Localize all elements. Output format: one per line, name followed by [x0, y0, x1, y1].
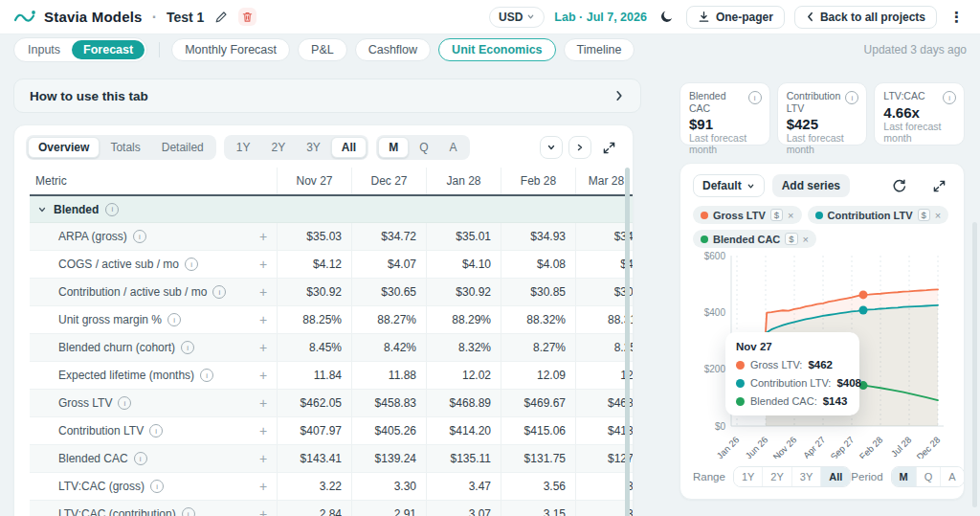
table-row-ltv-cac-contribution[interactable]: LTV:CAC (contribution)i+2.842.913.073.15… [30, 501, 633, 516]
metric-value-cell: 12.09 [501, 362, 575, 389]
info-icon[interactable]: i [748, 91, 762, 104]
info-icon[interactable]: i [943, 91, 956, 104]
one-pager-button[interactable]: One-pager [686, 6, 785, 29]
add-series-button[interactable]: Add series [772, 174, 850, 197]
table-controls: OverviewTotalsDetailed 1Y2Y3YAll MQA [14, 125, 633, 168]
add-to-chart-button[interactable]: + [259, 230, 267, 243]
chart-range-1y[interactable]: 1Y [734, 467, 762, 486]
chart-range-2y[interactable]: 2Y [762, 467, 791, 486]
add-to-chart-button[interactable]: + [259, 452, 267, 465]
add-to-chart-button[interactable]: + [259, 480, 267, 493]
add-to-chart-button[interactable]: + [259, 507, 267, 516]
info-icon[interactable]: i [133, 230, 146, 243]
metric-name: Contribution / active sub / moi [30, 285, 250, 299]
add-to-chart-button[interactable]: + [259, 396, 267, 410]
info-icon[interactable]: i [118, 396, 131, 410]
table-row-cogs-active-sub-mo[interactable]: COGS / active sub / moi+$4.12$4.07$4.10$… [30, 251, 633, 279]
chart-range-3y[interactable]: 3Y [791, 467, 820, 486]
tab-monthly-forecast[interactable]: Monthly Forecast [171, 38, 290, 61]
info-icon[interactable]: i [134, 452, 147, 465]
tooltip-row-blended-cac: Blended CAC:$143 [736, 395, 849, 407]
rename-project-button[interactable] [212, 8, 231, 27]
collapse-all-button[interactable] [540, 136, 563, 159]
add-to-chart-button[interactable]: + [259, 285, 267, 299]
info-icon[interactable]: i [200, 369, 213, 382]
series-chip-gross-ltv[interactable]: Gross LTV$× [693, 206, 802, 224]
svg-text:$600: $600 [704, 252, 726, 261]
tab-p-l[interactable]: P&L [298, 38, 347, 61]
expand-table-button[interactable] [597, 141, 621, 155]
table-range-3y[interactable]: 3Y [296, 137, 331, 158]
add-to-chart-button[interactable]: + [259, 313, 267, 326]
mode-switcher: InputsForecast [13, 37, 147, 62]
more-menu-button[interactable]: ⋮ [947, 6, 967, 29]
table-row-gross-ltv[interactable]: Gross LTVi+$462.05$458.83$468.89$469.67$… [30, 390, 633, 417]
howto-banner[interactable]: How to use this tab [13, 79, 641, 113]
remove-series-button[interactable]: × [803, 234, 809, 245]
back-to-projects-button[interactable]: Back to all projects [794, 6, 937, 29]
tab-cashflow[interactable]: Cashflow [355, 38, 431, 61]
page-scrollbar[interactable] [972, 222, 977, 507]
chart-period-m[interactable]: M [892, 467, 916, 486]
chart-area[interactable]: Jan 26Jun 26Nov 26Apr 27Sep 27Feb 28Jul … [693, 252, 951, 459]
info-icon[interactable]: i [181, 341, 194, 354]
add-to-chart-button[interactable]: + [259, 341, 267, 354]
table-range-1y[interactable]: 1Y [226, 137, 261, 158]
add-to-chart-button[interactable]: + [259, 369, 267, 382]
chart-preset-select[interactable]: Default [693, 174, 765, 197]
table-row-blended-cac[interactable]: Blended CACi+$143.41$139.24$135.11$131.7… [30, 445, 633, 473]
trash-icon [241, 11, 254, 23]
table-row-arpa-gross[interactable]: ARPA (gross)i+$35.03$34.72$35.01$34.93$3… [30, 223, 633, 251]
table-period-m[interactable]: M [378, 137, 409, 158]
table-range-all[interactable]: All [331, 137, 367, 158]
table-row-contribution-active-sub-mo[interactable]: Contribution / active sub / moi+$30.92$3… [30, 279, 633, 306]
info-icon[interactable]: i [212, 285, 226, 299]
currency-select[interactable]: USD [489, 7, 545, 28]
reset-chart-button[interactable] [886, 178, 912, 194]
table-row-contribution-ltv[interactable]: Contribution LTVi+$407.97$405.26$414.20$… [30, 417, 633, 445]
chart-period-a[interactable]: A [940, 467, 963, 486]
remove-series-button[interactable]: × [935, 210, 941, 221]
series-chip-contribution-ltv[interactable]: Contribution LTV$× [808, 206, 949, 224]
info-icon[interactable]: i [149, 424, 163, 437]
table-period-a[interactable]: A [439, 137, 468, 158]
view-totals[interactable]: Totals [100, 137, 150, 158]
group-row-blended[interactable]: Blendedi [30, 196, 634, 223]
info-icon[interactable]: i [105, 203, 119, 216]
table-row-expected-lifetime-months[interactable]: Expected lifetime (months)i+11.8411.8812… [30, 362, 633, 390]
info-icon[interactable]: i [185, 258, 198, 271]
table-period-q[interactable]: Q [409, 137, 438, 158]
table-row-unit-gross-margin[interactable]: Unit gross margin %i+88.25%88.27%88.29%8… [30, 306, 633, 334]
metric-name: LTV:CAC (contribution)i [30, 507, 250, 516]
plus-cell: + [250, 424, 277, 438]
expand-chart-button[interactable] [927, 179, 951, 193]
table-row-blended-churn-cohort[interactable]: Blended churn (cohort)i+8.45%8.42%8.32%8… [30, 334, 633, 362]
tab-inputs[interactable]: Inputs [16, 40, 72, 59]
chart-period-q[interactable]: Q [916, 467, 941, 486]
add-to-chart-button[interactable]: + [259, 258, 267, 271]
series-chip-blended-cac[interactable]: Blended CAC$× [693, 230, 816, 248]
table-scrollbar[interactable] [625, 168, 630, 516]
app-screen: Stavia Models · Test 1 USD Lab · Ju [0, 0, 980, 516]
svg-text:$0: $0 [715, 421, 726, 432]
info-icon[interactable]: i [150, 480, 164, 493]
table-range-2y[interactable]: 2Y [260, 137, 296, 158]
view-overview[interactable]: Overview [28, 137, 100, 158]
chart-range-all[interactable]: All [820, 467, 850, 486]
info-icon[interactable]: i [182, 507, 195, 516]
metric-value-cell: 88.32% [501, 306, 575, 333]
chart-range-switcher: 1Y2Y3YAll [733, 466, 851, 487]
plus-cell: + [250, 258, 277, 272]
table-period-switcher: MQA [376, 135, 469, 160]
table-row-ltv-cac-gross[interactable]: LTV:CAC (gross)i+3.223.303.473.563. [30, 473, 633, 501]
add-to-chart-button[interactable]: + [259, 424, 267, 437]
view-detailed[interactable]: Detailed [151, 137, 214, 158]
theme-toggle-button[interactable] [657, 7, 677, 27]
tab-unit-economics[interactable]: Unit Economics [438, 38, 555, 61]
info-icon[interactable]: i [167, 313, 181, 326]
tab-timeline[interactable]: Timeline [564, 38, 635, 61]
tab-forecast[interactable]: Forecast [72, 40, 145, 59]
scroll-columns-right-button[interactable] [568, 136, 591, 159]
delete-project-button[interactable] [238, 8, 256, 26]
remove-series-button[interactable]: × [788, 210, 793, 221]
